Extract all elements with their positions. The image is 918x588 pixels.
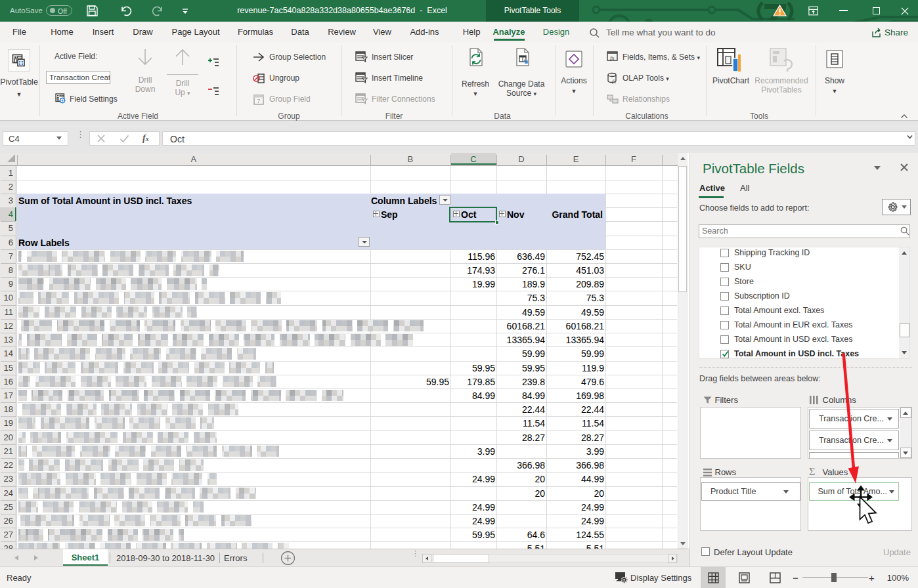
svg-text:7: 7 xyxy=(257,98,260,104)
svg-text:fx: fx xyxy=(612,78,617,85)
svg-text:fx: fx xyxy=(610,54,615,61)
